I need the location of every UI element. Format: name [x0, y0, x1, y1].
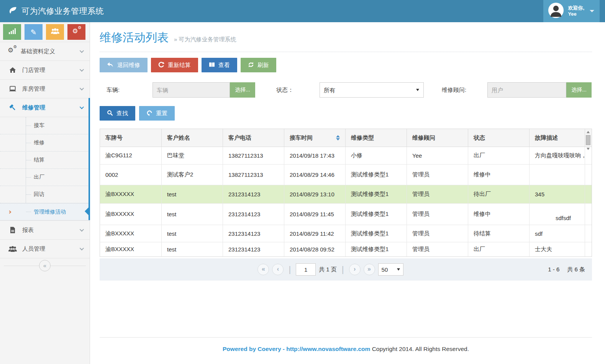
sidebar-subitem-repair[interactable]: 维修 — [0, 134, 90, 152]
table-cell: 渝BXXXXX — [100, 185, 162, 203]
table-cell: 测试维修类型1 — [346, 225, 407, 242]
advisor-choose-button[interactable]: 选择... — [566, 82, 592, 98]
column-header-repair-type[interactable]: 维修类型 — [346, 129, 407, 147]
sidebar-item-stores[interactable]: 门店管理 — [0, 60, 90, 79]
return-repair-button[interactable]: 退回维修 — [100, 58, 148, 72]
column-header-status[interactable]: 状态 — [468, 129, 530, 147]
column-header-advisor[interactable]: 维修顾问 — [407, 129, 468, 147]
menu-label: 报表 — [22, 227, 34, 234]
sidebar-item-repair-management[interactable]: 维修管理 — [0, 98, 90, 117]
table-row[interactable]: 渝BXXXXXtest23123141232014/08/29 11:45测试维… — [100, 204, 592, 225]
total-label: 共 6 条 — [567, 266, 585, 273]
view-button[interactable]: 查看 — [202, 58, 237, 72]
table-cell — [530, 165, 585, 185]
shortcut-chart-button[interactable] — [3, 24, 21, 40]
sidebar-item-reports[interactable]: 报表 — [0, 220, 90, 239]
reset-button[interactable]: 重置 — [139, 106, 175, 121]
table-cell: 2014/09/18 17:43 — [284, 147, 346, 164]
table-cell: 士大夫 — [530, 242, 585, 256]
chart-icon — [9, 28, 16, 36]
table-row[interactable]: 渝BXXXXXtest23123141232014/08/29 13:10测试维… — [100, 185, 592, 204]
table-cell: 测试维修类型1 — [346, 242, 407, 256]
table-cell: 测试维修类型1 — [346, 204, 407, 225]
scroll-down-icon[interactable] — [587, 148, 590, 150]
advisor-input[interactable] — [487, 82, 566, 98]
table-cell: 管理员 — [407, 185, 468, 203]
table-scrollbar — [585, 129, 592, 147]
page-size-select[interactable]: 50 — [378, 263, 403, 276]
refresh-icon — [248, 62, 254, 69]
chevron-down-icon — [80, 246, 84, 250]
table-cell: 测试维修类型1 — [346, 185, 407, 203]
report-icon — [8, 227, 18, 233]
table-row[interactable]: 0002测试客户2138271123132014/08/29 14:46测试维修… — [100, 165, 592, 185]
powered-by-link[interactable]: Powered by Coevery - http://www.novasoft… — [223, 346, 370, 352]
toolbar: 退回维修 重新结算 查看 刷新 — [100, 58, 592, 72]
sidebar-subitem-manage-repair-activities[interactable]: 管理维修活动 — [0, 203, 90, 220]
sidebar-subitem-settlement[interactable]: 结算 — [0, 152, 90, 169]
scrollbar-thumb[interactable] — [586, 135, 590, 145]
active-item-arrow — [85, 207, 89, 215]
reset-icon — [146, 110, 152, 117]
table-cell: 出厂 — [468, 147, 530, 164]
laptop-icon — [8, 86, 18, 92]
first-page-button[interactable]: « — [257, 264, 269, 275]
table-row[interactable]: 渝BXXXXXtest23123141232014/08/29 11:42测试维… — [100, 225, 592, 242]
main-content: 维修活动列表 » 可为汽修业务管理系统 退回维修 重新结算 查看 刷新 车辆: — [90, 22, 605, 364]
last-page-button[interactable]: » — [364, 264, 375, 275]
users-icon — [51, 28, 60, 36]
sidebar-collapse-button[interactable]: « — [39, 260, 51, 271]
table-cell: 测试维修类型1 — [346, 165, 407, 185]
column-header-customer-phone[interactable]: 客户电话 — [223, 129, 284, 147]
chevron-down-icon — [80, 105, 84, 109]
sidebar-menu: ⚙⚙ 基础资料定义 门店管理 库房管理 — [0, 42, 90, 273]
table-cell: 渝C9G112 — [100, 147, 162, 164]
table-cell: Yee — [407, 147, 468, 164]
vehicle-choose-button[interactable]: 选择... — [230, 82, 255, 98]
chevron-down-icon — [80, 227, 84, 232]
table-cell: sdf — [530, 225, 585, 242]
find-button[interactable]: 查找 — [100, 106, 135, 121]
copyright-text: Copyright 2014. All Rights Reserved. — [372, 346, 469, 352]
status-select[interactable]: 所有 — [320, 82, 424, 98]
sidebar-item-basic-data[interactable]: ⚙⚙ 基础资料定义 — [0, 42, 90, 60]
next-page-button[interactable]: › — [349, 264, 361, 275]
user-menu[interactable]: 欢迎你, Yee — [543, 0, 600, 22]
shortcut-settings-button[interactable]: ⚙⚙ — [67, 24, 85, 40]
sidebar-item-personnel[interactable]: 人员管理 — [0, 239, 90, 258]
search-icon — [107, 110, 113, 117]
column-header-customer-name[interactable]: 客户姓名 — [162, 129, 223, 147]
pagination-bar: « ‹ | 共 1 页 | › » 50 1 - 6 共 6 条 — [100, 258, 592, 281]
page-input[interactable] — [296, 263, 316, 276]
sidebar-item-warehouse[interactable]: 库房管理 — [0, 79, 90, 98]
refresh-button[interactable]: 刷新 — [241, 58, 276, 72]
gavel-icon — [8, 104, 18, 111]
column-header-plate[interactable]: 车牌号 — [100, 129, 162, 147]
table-row[interactable]: 渝C9G112巴味堂138271123132014/09/18 17:43小修Y… — [100, 147, 592, 165]
scroll-up-icon[interactable] — [587, 131, 590, 133]
sidebar-subitem-leave-factory[interactable]: 出厂 — [0, 169, 90, 186]
scrollbar-spacer — [585, 242, 592, 256]
sidebar-collapse-row: « — [0, 258, 90, 273]
menu-label: 库房管理 — [22, 85, 45, 93]
vehicle-input[interactable] — [152, 82, 230, 98]
chevron-down-icon — [80, 49, 84, 53]
table-cell: 2312314123 — [223, 185, 284, 203]
sidebar-subitem-receive-car[interactable]: 接车 — [0, 117, 90, 134]
advisor-input-group: 选择... — [487, 82, 592, 98]
shortcut-users-button[interactable] — [46, 24, 64, 40]
chevron-down-icon — [590, 10, 594, 12]
table-row[interactable]: 渝BXXXXXtest23123141232014/08/28 09:52测试维… — [100, 242, 592, 256]
shortcut-edit-button[interactable]: ✎ — [25, 24, 43, 40]
sidebar-subitem-follow-up[interactable]: 回访 — [0, 186, 90, 203]
status-label: 状态： — [276, 87, 320, 94]
column-header-fault-description[interactable]: 故障描述 — [530, 129, 585, 147]
menu-label: 人员管理 — [22, 245, 45, 253]
column-header-receive-time[interactable]: 接车时间 — [284, 129, 346, 147]
chevron-down-icon — [80, 67, 84, 72]
repair-activities-table: 车牌号 客户姓名 客户电话 接车时间 维修类型 维修顾问 状态 故障描述 渝C9… — [100, 129, 592, 257]
table-cell: 渝BXXXXX — [100, 225, 162, 242]
prev-page-button[interactable]: ‹ — [272, 264, 284, 275]
resettle-button[interactable]: 重新结算 — [151, 58, 198, 72]
sort-icon[interactable] — [334, 135, 340, 140]
